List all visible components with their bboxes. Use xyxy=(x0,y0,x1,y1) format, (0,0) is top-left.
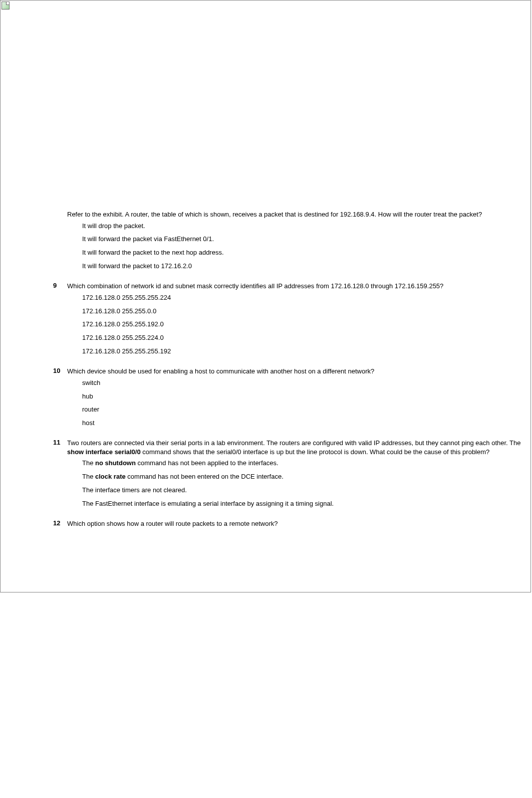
option-item: switch xyxy=(82,379,530,387)
question-number: 10 xyxy=(53,367,67,428)
question-number: 12 xyxy=(53,519,67,531)
option-item: router xyxy=(82,406,530,414)
options-list: 172.16.128.0 255.255.255.224 172.16.128.… xyxy=(67,294,530,356)
question-block: 12 Which option shows how a router will … xyxy=(53,519,530,531)
text-span: command has not been entered on the DCE … xyxy=(126,473,284,480)
option-item: 172.16.128.0 255.255.192.0 xyxy=(82,320,530,329)
question-text: Two routers are connected via their seri… xyxy=(67,439,530,456)
option-item: It will forward the packet to the next h… xyxy=(82,249,530,257)
question-block: 10 Which device should be used for enabl… xyxy=(53,367,530,428)
bold-text: no shutdown xyxy=(95,459,136,467)
question-body: Which combination of network id and subn… xyxy=(67,282,530,356)
question-number: 11 xyxy=(53,439,67,508)
content-area: Refer to the exhibit. A router, the tabl… xyxy=(1,1,530,592)
question-block: 11 Two routers are connected via their s… xyxy=(53,439,530,508)
broken-image-icon xyxy=(2,2,10,10)
question-block: 9 Which combination of network id and su… xyxy=(53,282,530,356)
option-item: The interface timers are not cleared. xyxy=(82,486,530,495)
option-item: It will drop the packet. xyxy=(82,222,530,231)
question-body: Which device should be used for enabling… xyxy=(67,367,530,428)
option-item: 172.16.128.0 255.255.255.224 xyxy=(82,294,530,302)
bold-text: clock rate xyxy=(95,473,126,480)
question-block: Refer to the exhibit. A router, the tabl… xyxy=(53,210,530,271)
text-span: The FastEthernet interface is emulating … xyxy=(82,500,334,507)
option-item: hub xyxy=(82,392,530,401)
option-item: 172.16.128.0 255.255.224.0 xyxy=(82,334,530,342)
question-number xyxy=(53,210,67,271)
text-span: The xyxy=(82,459,95,467)
question-text: Which device should be used for enabling… xyxy=(67,367,530,376)
text-span: command has not been applied to the inte… xyxy=(136,459,279,467)
text-span: Two routers are connected via their seri… xyxy=(67,439,520,447)
question-number: 9 xyxy=(53,282,67,356)
text-span: The interface timers are not cleared. xyxy=(82,486,187,494)
page-frame: Refer to the exhibit. A router, the tabl… xyxy=(0,0,531,592)
text-span: command shows that the serial0/0 interfa… xyxy=(141,448,490,456)
options-list: switch hub router host xyxy=(67,379,530,428)
options-list: It will drop the packet. It will forward… xyxy=(67,222,530,271)
bold-text: show interface serial0/0 xyxy=(67,448,141,456)
option-item: The FastEthernet interface is emulating … xyxy=(82,500,530,508)
option-item: host xyxy=(82,419,530,428)
option-item: The no shutdown command has not been app… xyxy=(82,459,530,468)
question-body: Two routers are connected via their seri… xyxy=(67,439,530,508)
question-body: Refer to the exhibit. A router, the tabl… xyxy=(67,210,530,271)
text-span: The xyxy=(82,473,95,480)
option-item: 172.16.128.0 255.255.255.192 xyxy=(82,347,530,356)
options-list: The no shutdown command has not been app… xyxy=(67,459,530,508)
option-item: It will forward the packet to 172.16.2.0 xyxy=(82,262,530,271)
option-item: 172.16.128.0 255.255.0.0 xyxy=(82,307,530,316)
question-body: Which option shows how a router will rou… xyxy=(67,519,530,531)
option-item: The clock rate command has not been ente… xyxy=(82,473,530,481)
option-item: It will forward the packet via FastEther… xyxy=(82,235,530,244)
question-text: Which option shows how a router will rou… xyxy=(67,519,530,528)
question-text: Which combination of network id and subn… xyxy=(67,282,530,291)
question-text: Refer to the exhibit. A router, the tabl… xyxy=(67,210,530,219)
